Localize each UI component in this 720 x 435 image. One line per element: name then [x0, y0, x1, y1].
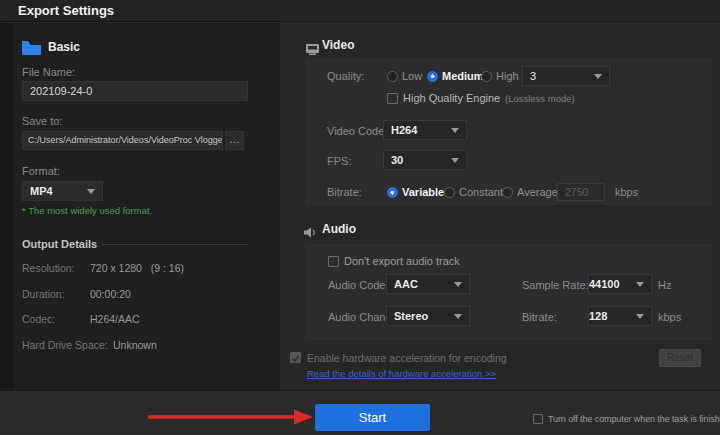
basic-section-title: Basic [48, 40, 80, 54]
save-to-label: Save to: [22, 115, 62, 127]
chevron-down-icon [87, 189, 95, 194]
chevron-down-icon [454, 282, 462, 287]
save-to-input[interactable]: C:/Users/Administrator/Videos/VideoProc … [22, 131, 223, 150]
chevron-down-icon [454, 314, 462, 319]
resolution-value: 720 x 1280 (9 : 16) [90, 262, 184, 274]
export-settings-window: Export Settings Basic File Name: 202109-… [0, 0, 720, 435]
quality-radio-low[interactable] [387, 71, 398, 82]
red-arrow-annotation [148, 408, 314, 430]
browse-button[interactable]: … [225, 131, 244, 150]
video-section-title: Video [322, 38, 354, 52]
hq-engine-checkbox[interactable] [387, 93, 398, 104]
hq-engine-label: High Quality Engine [403, 92, 500, 104]
bitrate-radio-average[interactable] [502, 187, 513, 198]
hardware-accel-label: Enable hardware acceleration for encodin… [307, 352, 507, 364]
resolution-label: Resolution: [22, 262, 75, 274]
bitrate-variable-label: Variable [402, 186, 444, 198]
fps-label: FPS: [327, 155, 351, 167]
quality-radio-high[interactable] [481, 71, 492, 82]
video-bitrate-input[interactable]: 2750 [557, 183, 605, 201]
video-codec-value: H264 [391, 124, 417, 136]
quality-radio-medium[interactable] [427, 71, 438, 82]
file-name-label: File Name: [22, 66, 75, 78]
chevron-down-icon [636, 282, 644, 287]
format-select[interactable]: MP4 [22, 181, 103, 201]
format-value: MP4 [30, 185, 53, 197]
audio-codec-label: Audio Codec: [328, 279, 394, 291]
hardware-accel-link[interactable]: Read the details of hardware acceleratio… [307, 368, 496, 379]
chevron-down-icon [451, 158, 459, 163]
folder-icon [22, 41, 41, 59]
duration-value: 00:00:20 [90, 288, 131, 300]
video-icon [306, 41, 319, 59]
chevron-down-icon [594, 74, 602, 79]
bitrate-radio-constant[interactable] [444, 187, 455, 198]
quality-medium-label: Medium [442, 70, 484, 82]
hardware-accel-checkbox[interactable] [290, 352, 301, 363]
dont-export-audio-label: Don't export audio track [344, 255, 460, 267]
bitrate-radio-variable[interactable] [387, 187, 398, 198]
chevron-down-icon [636, 314, 644, 319]
codec-value: H264/AAC [90, 313, 140, 325]
title-bar: Export Settings [0, 0, 720, 22]
dont-export-audio-checkbox[interactable] [328, 256, 339, 267]
quality-label: Quality: [327, 70, 364, 82]
bitrate-constant-label: Constant [459, 186, 503, 198]
reset-button[interactable]: Reset [659, 349, 701, 367]
video-codec-select[interactable]: H264 [383, 120, 467, 140]
quality-low-label: Low [402, 70, 422, 82]
audio-section-title: Audio [322, 222, 356, 236]
sample-rate-unit: Hz [658, 279, 671, 291]
audio-bitrate-label: Bitrate: [522, 311, 557, 323]
shutdown-checkbox[interactable] [533, 414, 543, 424]
fps-value: 30 [391, 154, 403, 166]
start-button[interactable]: Start [315, 404, 430, 431]
duration-label: Duration: [22, 288, 65, 300]
page-title: Export Settings [18, 0, 114, 22]
audio-channel-value: Stereo [394, 310, 428, 322]
shutdown-label: Turn off the computer when the task is f… [548, 414, 720, 424]
codec-label: Codec: [22, 313, 55, 325]
format-note: * The most widely used format. [22, 205, 152, 216]
output-details-divider [102, 244, 248, 245]
sample-rate-value: 44100 [589, 278, 620, 290]
format-label: Format: [22, 165, 60, 177]
fps-select[interactable]: 30 [383, 150, 467, 170]
sample-rate-label: Sample Rate: [522, 279, 589, 291]
audio-codec-select[interactable]: AAC [386, 274, 470, 294]
audio-bitrate-select[interactable]: 128 [588, 306, 652, 326]
quality-high-label: High [496, 70, 519, 82]
left-edge-strip [0, 23, 14, 390]
bitrate-average-label: Average [517, 186, 558, 198]
chevron-down-icon [451, 128, 459, 133]
hard-drive-space-value: Unknown [113, 339, 157, 351]
file-name-input[interactable]: 202109-24-0 [22, 81, 248, 101]
sample-rate-select[interactable]: 44100 [588, 274, 652, 294]
hq-engine-note: (Lossless mode) [505, 93, 575, 104]
video-bitrate-unit: kbps [615, 186, 638, 198]
audio-bitrate-value: 128 [589, 310, 607, 322]
hard-drive-space-label: Hard Drive Space: [22, 339, 108, 351]
quality-level-value: 3 [530, 70, 536, 82]
audio-codec-value: AAC [394, 278, 418, 290]
output-details-title: Output Details [22, 238, 97, 250]
video-bitrate-label: Bitrate: [327, 186, 362, 198]
audio-bitrate-unit: kbps [658, 311, 681, 323]
audio-channel-select[interactable]: Stereo [386, 306, 470, 326]
audio-icon [304, 224, 317, 242]
quality-level-select[interactable]: 3 [522, 66, 610, 86]
